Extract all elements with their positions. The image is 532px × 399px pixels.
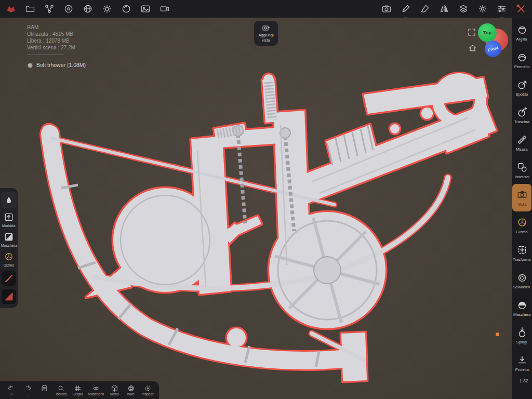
wet-mode-button[interactable] bbox=[1, 192, 17, 208]
left-tool-panel: Morbida Maschera Gizmo bbox=[0, 188, 18, 308]
stroke-falloff-curve-button[interactable] bbox=[2, 271, 16, 286]
redo-icon bbox=[23, 384, 32, 392]
voxel-button[interactable]: Voxel bbox=[108, 384, 121, 396]
adjust-sliders-icon bbox=[497, 4, 507, 14]
tool-project[interactable]: Proietta bbox=[512, 349, 531, 377]
add-view-label-line2: vista bbox=[262, 38, 270, 43]
environment-globe-icon bbox=[83, 4, 93, 14]
app-logo-icon bbox=[6, 4, 16, 14]
pencil-tool-button[interactable]: ... bbox=[400, 3, 411, 15]
image-icon bbox=[140, 4, 151, 14]
app-logo-button[interactable] bbox=[5, 3, 17, 15]
redo-button[interactable]: ... bbox=[21, 384, 35, 396]
tools-wrench-icon bbox=[516, 4, 526, 14]
grid-icon bbox=[74, 384, 82, 392]
folder-icon bbox=[25, 4, 35, 14]
gizmo-axes-icon bbox=[4, 251, 14, 262]
environment-button[interactable] bbox=[82, 3, 94, 15]
falloff-line-icon bbox=[4, 273, 14, 284]
brush-sphere-icon bbox=[516, 51, 528, 63]
falloff-triangle-icon bbox=[4, 291, 14, 302]
tools-button[interactable] bbox=[515, 3, 527, 15]
list-icon bbox=[41, 384, 48, 392]
tool-mask[interactable]: Maschera bbox=[512, 294, 531, 322]
tool-label: Pennello bbox=[514, 64, 530, 69]
layers-button[interactable] bbox=[458, 3, 469, 15]
tool-label: Argilla bbox=[516, 37, 527, 42]
tool-measure[interactable]: Misura bbox=[512, 129, 531, 156]
settings-button[interactable] bbox=[477, 3, 488, 15]
top-toolbar: ... ... bbox=[0, 0, 532, 18]
tool-move[interactable]: Sposta bbox=[512, 74, 531, 101]
tool-label: Maschera bbox=[513, 312, 530, 317]
isolate-button[interactable]: Isolato bbox=[55, 384, 68, 396]
pencil-overflow-dots: ... bbox=[403, 15, 408, 18]
tool-gizmo[interactable]: Gizmo bbox=[512, 211, 531, 239]
tool-transform[interactable]: Trasforma bbox=[512, 239, 531, 267]
bottom-toolbar: 3 ... ... Isolato Griglia Maschera Vox bbox=[0, 381, 159, 399]
grid-button[interactable]: Griglia bbox=[71, 384, 85, 396]
undo-count: 3 bbox=[10, 392, 12, 396]
undo-button[interactable]: 3 bbox=[5, 384, 18, 396]
symmetry-button[interactable] bbox=[438, 3, 450, 15]
voxel-cube-icon bbox=[111, 384, 118, 392]
magnifier-icon bbox=[57, 384, 65, 392]
tool-view[interactable]: Vista bbox=[512, 184, 531, 211]
mask-visibility-button[interactable]: Maschera bbox=[87, 384, 104, 396]
background-image-button[interactable] bbox=[140, 3, 151, 15]
undo-icon bbox=[7, 384, 16, 392]
falloff-soft-button[interactable]: Morbida bbox=[2, 212, 16, 228]
add-view-button[interactable]: Aggiungi vista bbox=[254, 21, 278, 46]
mask-square-icon bbox=[4, 232, 14, 242]
insert-shape-icon bbox=[516, 162, 528, 173]
mask-mode-button[interactable]: Maschera bbox=[1, 232, 18, 248]
fullscreen-button[interactable] bbox=[467, 27, 477, 37]
tool-clay[interactable]: Argilla bbox=[512, 19, 531, 46]
eye-icon bbox=[92, 384, 100, 392]
symmetry-mirror-icon bbox=[439, 4, 449, 14]
material-button[interactable] bbox=[63, 3, 74, 15]
screenshot-camera-icon bbox=[381, 4, 392, 14]
left-tool-label: Maschera bbox=[1, 243, 17, 248]
wireframe-button[interactable]: Wire bbox=[124, 384, 138, 396]
tool-insert[interactable]: Inserisci bbox=[512, 156, 531, 184]
inspect-button[interactable]: Inspect bbox=[141, 384, 154, 396]
matcap-button[interactable] bbox=[121, 3, 132, 15]
gizmo-top-label: Top bbox=[483, 30, 491, 35]
soft-falloff-icon bbox=[4, 212, 14, 222]
tool-brush[interactable]: Pennello bbox=[512, 46, 531, 74]
stroke-falloff-fill-button[interactable] bbox=[2, 289, 16, 304]
adjust-button[interactable]: ... bbox=[496, 3, 508, 15]
history-menu-button[interactable]: ... bbox=[38, 384, 51, 396]
turntable-button[interactable] bbox=[159, 3, 170, 15]
paint-tool-button[interactable] bbox=[419, 3, 431, 15]
pencil-icon bbox=[401, 4, 411, 14]
home-view-button[interactable] bbox=[467, 43, 477, 53]
tool-push[interactable]: Spingi bbox=[512, 322, 531, 349]
bottom-item-label: Griglia bbox=[72, 392, 83, 396]
top-toolbar-left-group bbox=[5, 3, 170, 15]
orientation-gizmo[interactable]: Top Front bbox=[477, 23, 508, 56]
lighting-sun-icon bbox=[102, 4, 112, 14]
stats-panel: RAM Utilizzata : 4515 MB Libera : 12078 … bbox=[27, 24, 86, 69]
stroke-anchor-dot[interactable] bbox=[496, 332, 499, 336]
screenshot-button[interactable] bbox=[381, 3, 392, 15]
left-tool-label: Gizmo bbox=[4, 263, 15, 268]
settings-gear-icon bbox=[477, 4, 488, 14]
tool-label: Inserisci bbox=[515, 175, 529, 179]
camera-video-icon bbox=[159, 4, 170, 14]
tool-label: Sposta bbox=[516, 92, 528, 97]
node-graph-icon bbox=[44, 4, 55, 14]
gizmo-mode-button[interactable]: Gizmo bbox=[3, 251, 15, 268]
scene-graph-button[interactable] bbox=[44, 3, 55, 15]
scene-object-row[interactable]: Bolt trhower (1.08M) bbox=[27, 62, 86, 69]
tool-drag[interactable]: Trascina bbox=[512, 101, 531, 129]
tool-select-mask[interactable]: SelMasch. bbox=[512, 267, 531, 294]
tool-label: Misura bbox=[516, 147, 528, 152]
lighting-button[interactable] bbox=[101, 3, 113, 15]
adjust-overflow-dots: ... bbox=[499, 15, 504, 18]
push-icon bbox=[516, 327, 528, 338]
gizmo-top-face[interactable]: Top bbox=[478, 23, 497, 42]
tool-label: Gizmo bbox=[516, 230, 528, 234]
files-button[interactable] bbox=[24, 3, 36, 15]
